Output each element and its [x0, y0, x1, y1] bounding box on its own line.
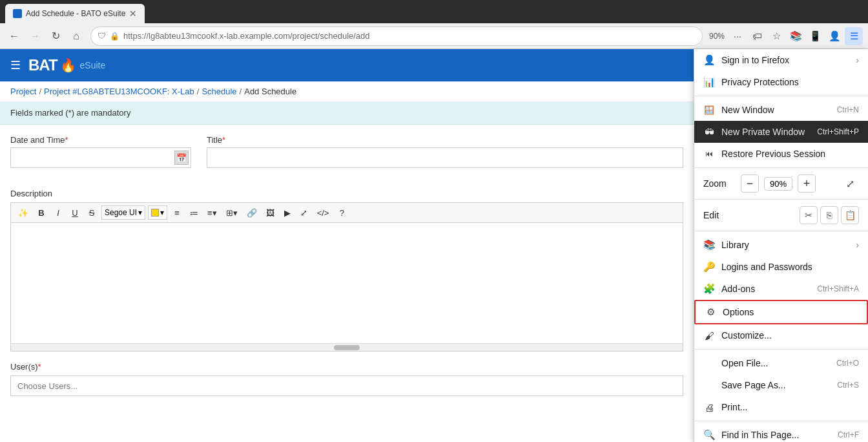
- paste-btn[interactable]: 📋: [841, 206, 859, 224]
- menu-item-options[interactable]: ⚙ Options: [694, 300, 868, 324]
- date-time-input[interactable]: [10, 147, 191, 168]
- title-label: Title*: [207, 135, 683, 145]
- link-btn[interactable]: 🔗: [243, 205, 260, 220]
- date-time-input-wrapper: 📅: [10, 147, 191, 168]
- calendar-icon[interactable]: 📅: [174, 151, 189, 165]
- menu-item-new-window[interactable]: 🪟 New Window Ctrl+N: [694, 99, 868, 121]
- title-input[interactable]: [207, 147, 683, 168]
- zoom-out-btn[interactable]: −: [741, 174, 759, 193]
- menu-divider-4: [694, 231, 868, 231]
- color-dropdown[interactable]: ▾: [148, 205, 167, 220]
- addons-icon: 🧩: [703, 283, 715, 295]
- menu-item-find[interactable]: 🔍 Find in This Page... Ctrl+F: [694, 424, 868, 442]
- pocket-button[interactable]: 🏷: [748, 27, 766, 45]
- media-btn[interactable]: ▶: [280, 205, 294, 220]
- logo-text: BAT: [28, 56, 57, 74]
- breadcrumb: Project / Project #LG8ABTEU13MCOOKF: X-L…: [0, 81, 694, 101]
- zoom-expand-btn[interactable]: ⤢: [841, 174, 859, 193]
- table-btn[interactable]: ⊞▾: [223, 205, 241, 220]
- find-icon: 🔍: [703, 429, 715, 441]
- bold-btn[interactable]: B: [34, 205, 48, 220]
- synced-tabs-button[interactable]: 📱: [806, 27, 824, 45]
- fullscreen-btn[interactable]: ⤢: [297, 205, 311, 220]
- image-btn[interactable]: 🖼: [263, 205, 278, 220]
- tab-title: Add Schedule - BATO eSuite: [26, 9, 125, 18]
- library-button[interactable]: 📚: [787, 27, 805, 45]
- zoom-in-btn[interactable]: +: [798, 174, 816, 193]
- users-input[interactable]: [10, 375, 683, 396]
- date-time-label: Date and Time*: [10, 135, 191, 145]
- tab-favicon: [13, 9, 22, 18]
- menu-divider-3: [694, 199, 868, 200]
- menu-item-logins[interactable]: 🔑 Logins and Passwords: [694, 256, 868, 278]
- menu-item-private-window[interactable]: 🕶 New Private Window Ctrl+Shift+P: [694, 121, 868, 143]
- page-layout: ☰ BAT 🔥 eSuite Project / Project #LG8ABT…: [0, 49, 868, 442]
- open-file-icon: [703, 357, 715, 369]
- app-header: ☰ BAT 🔥 eSuite: [0, 49, 694, 81]
- overflow-button[interactable]: ···: [728, 27, 747, 45]
- color-indicator: [151, 209, 159, 216]
- magic-wand-btn[interactable]: ✨: [15, 205, 32, 220]
- zoom-label: Zoom: [703, 178, 736, 189]
- unordered-list-btn[interactable]: ≡: [170, 205, 184, 220]
- ordered-list-btn[interactable]: ≔: [187, 205, 202, 220]
- url-bar[interactable]: 🛡 🔒 https://lg8abteu13mcookf.x-lab.examp…: [90, 26, 703, 46]
- menu-item-library[interactable]: 📚 Library ›: [694, 234, 868, 256]
- users-label: User(s)*: [10, 362, 683, 372]
- editor-area[interactable]: [10, 222, 683, 352]
- print-icon: 🖨: [703, 401, 715, 413]
- edit-row: Edit ✂ ⎘ 📋: [694, 202, 868, 228]
- save-page-icon: [703, 379, 715, 391]
- menu-item-addons[interactable]: 🧩 Add-ons Ctrl+Shift+A: [694, 278, 868, 300]
- strikethrough-btn[interactable]: S: [85, 205, 99, 220]
- underline-btn[interactable]: U: [68, 205, 82, 220]
- menu-item-open-file[interactable]: Open File... Ctrl+O: [694, 352, 868, 374]
- library-icon: 📚: [703, 239, 715, 251]
- customize-icon: 🖌: [703, 330, 715, 341]
- scrollbar-thumb: [334, 345, 360, 350]
- logo-esuite: eSuite: [80, 60, 106, 70]
- active-tab[interactable]: Add Schedule - BATO eSuite ✕: [5, 4, 145, 23]
- privacy-icon: 📊: [703, 76, 715, 88]
- menu-button[interactable]: ☰: [845, 27, 863, 45]
- breadcrumb-project[interactable]: Project: [10, 87, 36, 96]
- reload-button[interactable]: ↻: [46, 27, 65, 45]
- logins-icon: 🔑: [703, 261, 715, 273]
- browser-toolbar: ← → ↻ ⌂ 🛡 🔒 https://lg8abteu13mcookf.x-l…: [0, 23, 868, 49]
- menu-item-privacy[interactable]: 📊 Privacy Protections: [694, 71, 868, 93]
- tab-close-button[interactable]: ✕: [129, 8, 137, 19]
- font-dropdown[interactable]: Segoe UI▾: [101, 205, 145, 220]
- source-btn[interactable]: </>: [314, 205, 333, 220]
- back-button[interactable]: ←: [5, 27, 23, 45]
- menu-item-restore[interactable]: ⏮ Restore Previous Session: [694, 143, 868, 165]
- align-btn[interactable]: ≡▾: [204, 205, 220, 220]
- breadcrumb-project-id[interactable]: Project #LG8ABTEU13MCOOKF: X-Lab: [44, 87, 194, 96]
- logo-area: BAT 🔥 eSuite: [28, 56, 105, 74]
- title-group: Title*: [207, 135, 683, 168]
- italic-btn[interactable]: I: [51, 205, 65, 220]
- restore-icon: ⏮: [703, 148, 715, 160]
- menu-item-sign-in[interactable]: 👤 Sign in to Firefox ›: [694, 49, 868, 71]
- firefox-menu: 👤 Sign in to Firefox › 📊 Privacy Protect…: [694, 49, 868, 442]
- copy-btn[interactable]: ⎘: [820, 206, 838, 224]
- toolbar-right: ··· 🏷 ☆ 📚 📱 👤 ☰: [728, 27, 863, 45]
- menu-item-print[interactable]: 🖨 Print...: [694, 396, 868, 418]
- zoom-value: 90%: [764, 177, 792, 191]
- options-icon: ⚙: [705, 306, 716, 318]
- mandatory-notice: Fields marked (*) are mandatory: [0, 101, 694, 125]
- account-button[interactable]: 👤: [825, 27, 843, 45]
- desc-label: Description: [10, 189, 683, 198]
- home-button[interactable]: ⌂: [67, 27, 85, 45]
- page-content: ☰ BAT 🔥 eSuite Project / Project #LG8ABT…: [0, 49, 694, 442]
- menu-item-customize[interactable]: 🖌 Customize...: [694, 324, 868, 346]
- help-btn[interactable]: ?: [335, 205, 349, 220]
- forward-button[interactable]: →: [26, 27, 44, 45]
- hamburger-menu[interactable]: ☰: [10, 58, 21, 72]
- menu-item-save-page[interactable]: Save Page As... Ctrl+S: [694, 374, 868, 396]
- browser-chrome: Add Schedule - BATO eSuite ✕ ← → ↻ ⌂ 🛡 🔒…: [0, 0, 868, 49]
- cut-btn[interactable]: ✂: [800, 206, 818, 224]
- bookmark-button[interactable]: ☆: [767, 27, 785, 45]
- editor-toolbar: ✨ B I U S Segoe UI▾ ▾ ≡ ≔ ≡▾ ⊞▾ 🔗 🖼 ▶: [10, 202, 683, 222]
- breadcrumb-schedule[interactable]: Schedule: [202, 87, 236, 96]
- editor-scrollbar[interactable]: [11, 343, 683, 351]
